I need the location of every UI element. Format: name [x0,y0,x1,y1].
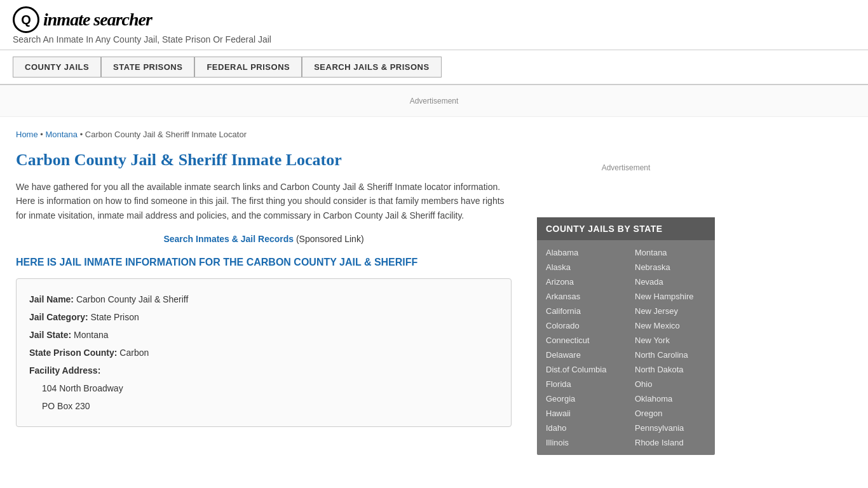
state-item[interactable]: Dist.of Columbia [537,362,626,377]
jail-state-value: Montana [74,330,108,340]
breadcrumb-sep2: • [78,130,85,139]
logo-name: inmate searcher [43,10,152,29]
breadcrumb-state[interactable]: Montana [45,130,78,139]
state-item[interactable]: Georgia [537,391,626,406]
logo-area: Q inmate searcher [13,6,855,33]
jail-state-label: Jail State: [29,330,71,340]
breadcrumb-home[interactable]: Home [16,130,38,139]
state-item[interactable]: Nevada [626,274,715,289]
state-item[interactable]: Nebraska [626,260,715,274]
state-item[interactable]: New Jersey [626,304,715,318]
sidebar: Advertisement COUNTY JAILS BY STATE Alab… [527,117,724,468]
breadcrumb: Home • Montana • Carbon County Jail & Sh… [16,130,512,139]
state-prison-county-row: State Prison County: Carbon [29,344,498,362]
jails-by-state-title: COUNTY JAILS BY STATE [537,217,715,240]
state-prison-county-label: State Prison County: [29,348,117,358]
state-prisons-button[interactable]: STATE PRISONS [101,57,194,78]
state-item[interactable]: Alabama [537,245,626,260]
info-heading: HERE IS JAIL INMATE INFORMATION FOR THE … [16,257,512,268]
state-item[interactable]: Idaho [537,421,626,435]
state-item[interactable]: Pennsylvania [626,421,715,435]
state-item[interactable]: North Carolina [626,348,715,362]
jail-category-row: Jail Category: State Prison [29,308,498,326]
sidebar-ad-label: Advertisement [602,163,651,172]
state-item[interactable]: New Hampshire [626,289,715,304]
state-item[interactable]: Arizona [537,274,626,289]
state-item[interactable]: Connecticut [537,333,626,348]
breadcrumb-current: Carbon County Jail & Sheriff Inmate Loca… [85,130,247,139]
jail-category-value: State Prison [90,312,139,322]
jail-state-row: Jail State: Montana [29,326,498,344]
state-item[interactable]: North Dakota [626,362,715,377]
address-line1: 104 North Broadway [42,379,498,397]
description: We have gathered for you all the availab… [16,180,512,222]
logo-icon-letter: Q [21,13,31,27]
jails-by-state-box: COUNTY JAILS BY STATE AlabamaAlaskaArizo… [537,217,715,455]
jail-category-label: Jail Category: [29,312,88,322]
state-item[interactable]: Florida [537,377,626,391]
ad-bar: Advertisement [0,85,868,117]
sidebar-ad: Advertisement [537,130,715,206]
state-item[interactable]: Arkansas [537,289,626,304]
state-item[interactable]: New Mexico [626,318,715,333]
page-title: Carbon County Jail & Sheriff Inmate Loca… [16,151,512,170]
state-item[interactable]: California [537,304,626,318]
jail-name-row: Jail Name: Carbon County Jail & Sheriff [29,290,498,308]
state-item[interactable]: Montana [626,245,715,260]
ad-bar-label: Advertisement [410,97,459,105]
sponsored-link-area: Search Inmates & Jail Records (Sponsored… [16,234,512,244]
breadcrumb-sep1: • [38,130,46,139]
content: Home • Montana • Carbon County Jail & Sh… [0,117,527,468]
county-jails-button[interactable]: COUNTY JAILS [13,57,101,78]
state-prison-county-value: Carbon [119,348,149,358]
state-item[interactable]: Delaware [537,348,626,362]
state-item[interactable]: Oregon [626,406,715,421]
state-item[interactable]: Alaska [537,260,626,274]
state-item[interactable]: Ohio [626,377,715,391]
sponsored-suffix: (Sponsored Link) [294,234,364,244]
logo-icon: Q [13,6,39,33]
logo-text: inmate searcher [43,10,152,30]
facility-address-label: Facility Address: [29,365,100,376]
state-item[interactable]: New York [626,333,715,348]
state-item[interactable]: Oklahoma [626,391,715,406]
facility-address-row: Facility Address: 104 North Broadway PO … [29,362,498,415]
info-box: Jail Name: Carbon County Jail & Sheriff … [16,278,512,427]
jail-name-label: Jail Name: [29,294,74,304]
address-line2: PO Box 230 [42,397,498,415]
state-item[interactable]: Hawaii [537,406,626,421]
tagline: Search An Inmate In Any County Jail, Sta… [13,34,855,44]
header: Q inmate searcher Search An Inmate In An… [0,0,868,50]
state-list-left: AlabamaAlaskaArizonaArkansasCaliforniaCo… [537,245,626,450]
federal-prisons-button[interactable]: FEDERAL PRISONS [194,57,302,78]
logo-text-wrapper: inmate searcher [43,10,152,30]
state-item[interactable]: Colorado [537,318,626,333]
sponsored-link[interactable]: Search Inmates & Jail Records [163,234,294,244]
nav: COUNTY JAILS STATE PRISONS FEDERAL PRISO… [0,50,868,85]
state-list: AlabamaAlaskaArizonaArkansasCaliforniaCo… [537,240,715,455]
state-item[interactable]: Illinois [537,435,626,450]
state-list-right: MontanaNebraskaNevadaNew HampshireNew Je… [626,245,715,450]
main-layout: Home • Montana • Carbon County Jail & Sh… [0,117,868,468]
jail-name-value: Carbon County Jail & Sheriff [76,294,188,304]
search-jails-button[interactable]: SEARCH JAILS & PRISONS [302,57,441,78]
nav-bar: COUNTY JAILS STATE PRISONS FEDERAL PRISO… [13,57,855,78]
state-item[interactable]: Rhode Island [626,435,715,450]
